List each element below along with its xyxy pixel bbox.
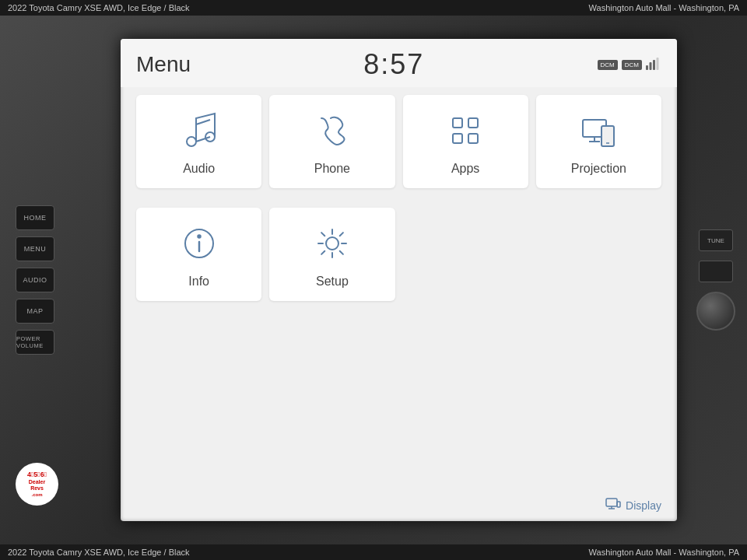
main-knob[interactable]	[696, 292, 735, 331]
menu-item-projection[interactable]: Projection	[536, 95, 661, 188]
svg-rect-21	[606, 499, 617, 506]
svg-rect-9	[468, 118, 478, 128]
menu-item-info[interactable]: Info	[136, 208, 261, 301]
menu-button[interactable]: MENU	[16, 236, 54, 261]
screen-status-area: DCM DCM	[598, 58, 661, 72]
info-label: Info	[188, 275, 209, 289]
top-bar-right-text: Washington Auto Mall - Washington, PA	[589, 3, 739, 12]
menu-grid-top: Audio Phone	[121, 87, 677, 208]
svg-rect-24	[617, 502, 620, 507]
power-volume-button[interactable]: POWER VOLUME	[16, 330, 54, 355]
right-mid-button[interactable]	[699, 261, 733, 282]
display-label: Display	[626, 499, 661, 512]
audio-icon	[181, 112, 218, 154]
bottom-bar-left-text: 2022 Toyota Camry XSE AWD, Ice Edge / Bl…	[8, 548, 190, 557]
dealerrevs-logo: 4⃣5⃣6⃣ Dealer Revs .com	[16, 463, 58, 506]
menu-item-audio[interactable]: Audio	[136, 95, 261, 188]
projection-label: Projection	[571, 162, 626, 176]
dcm-badge2: DCM	[622, 60, 642, 70]
screen-title: Menu	[136, 52, 191, 77]
left-hardware-panel: HOME MENU AUDIO MAP POWER VOLUME	[16, 205, 54, 355]
audio-button[interactable]: AUDIO	[16, 268, 54, 292]
svg-rect-11	[468, 134, 478, 143]
svg-rect-3	[657, 58, 659, 70]
empty-cell-2	[536, 208, 661, 301]
setup-icon	[314, 225, 351, 267]
svg-rect-2	[653, 60, 655, 70]
dcm-badge: DCM	[598, 60, 618, 70]
top-bar-left-text: 2022 Toyota Camry XSE AWD, Ice Edge / Bl…	[8, 3, 190, 12]
display-icon	[605, 498, 621, 513]
menu-item-setup[interactable]: Setup	[269, 208, 395, 301]
svg-point-4	[187, 137, 196, 146]
right-hardware-panel: TUNE	[696, 229, 735, 331]
screen-clock: 8:57	[363, 48, 424, 81]
svg-point-5	[205, 132, 215, 142]
svg-rect-10	[453, 134, 462, 143]
infotainment-screen: Menu 8:57 DCM DCM	[121, 39, 677, 521]
signal-icon	[646, 58, 661, 72]
phone-label: Phone	[314, 162, 350, 176]
phone-icon	[314, 112, 351, 154]
setup-label: Setup	[316, 275, 349, 289]
home-button[interactable]: HOME	[16, 205, 54, 230]
top-status-bar: 2022 Toyota Camry XSE AWD, Ice Edge / Bl…	[0, 0, 747, 16]
dealerrevs-watermark: 4⃣5⃣6⃣ Dealer Revs .com	[16, 463, 58, 506]
audio-label: Audio	[183, 162, 215, 176]
svg-rect-0	[646, 65, 648, 70]
bottom-status-bar: 2022 Toyota Camry XSE AWD, Ice Edge / Bl…	[0, 544, 747, 560]
info-icon	[181, 225, 218, 267]
svg-rect-8	[453, 118, 462, 128]
screen-header: Menu 8:57 DCM DCM	[121, 39, 677, 87]
map-button[interactable]: MAP	[16, 299, 54, 324]
svg-line-7	[196, 120, 210, 124]
apps-label: Apps	[451, 162, 479, 176]
main-content-area: HOME MENU AUDIO MAP POWER VOLUME TUNE Me…	[0, 16, 747, 544]
right-top-button[interactable]: TUNE	[699, 229, 733, 251]
menu-item-apps[interactable]: Apps	[403, 95, 528, 188]
svg-point-19	[198, 235, 201, 238]
apps-icon	[447, 112, 484, 154]
svg-rect-1	[650, 62, 652, 70]
display-button[interactable]: Display	[605, 498, 661, 513]
bottom-bar-right-text: Washington Auto Mall - Washington, PA	[589, 548, 739, 557]
projection-icon	[580, 112, 617, 154]
menu-grid-bottom: Info Setup	[121, 208, 677, 301]
svg-point-20	[326, 237, 338, 250]
menu-item-phone[interactable]: Phone	[269, 95, 395, 188]
empty-cell-1	[403, 208, 528, 301]
